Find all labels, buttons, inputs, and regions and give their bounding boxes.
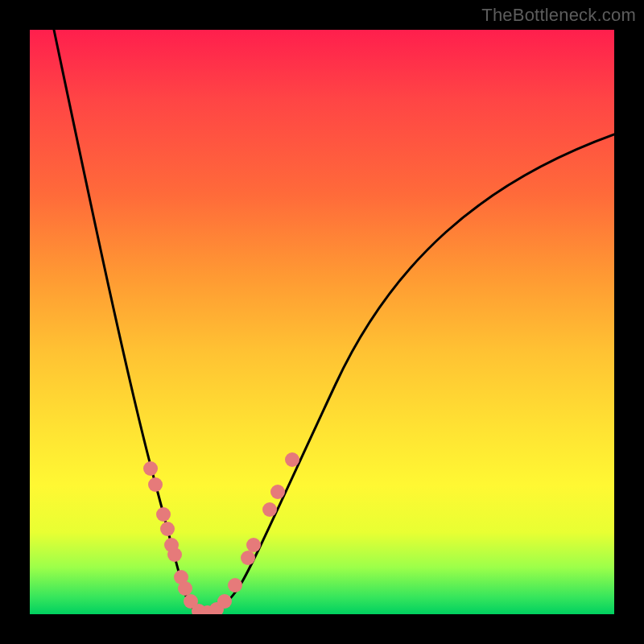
marker-point <box>167 547 182 562</box>
marker-point <box>228 578 242 592</box>
marker-point <box>262 502 277 517</box>
marker-layer <box>143 452 299 614</box>
series-right-branch <box>208 134 614 613</box>
marker-point <box>178 581 192 596</box>
marker-point <box>285 452 299 467</box>
plot-area <box>30 30 614 614</box>
marker-point <box>156 507 171 522</box>
marker-point <box>246 538 261 552</box>
curve-layer <box>54 30 614 613</box>
chart-frame: TheBottleneck.com <box>0 0 644 644</box>
marker-point <box>270 485 285 499</box>
marker-point <box>241 551 255 565</box>
watermark-text: TheBottleneck.com <box>481 5 636 26</box>
marker-point <box>143 461 158 476</box>
marker-point <box>217 594 232 609</box>
series-left-branch <box>54 30 208 613</box>
chart-svg <box>30 30 614 614</box>
marker-point <box>148 477 163 492</box>
marker-point <box>160 522 175 536</box>
